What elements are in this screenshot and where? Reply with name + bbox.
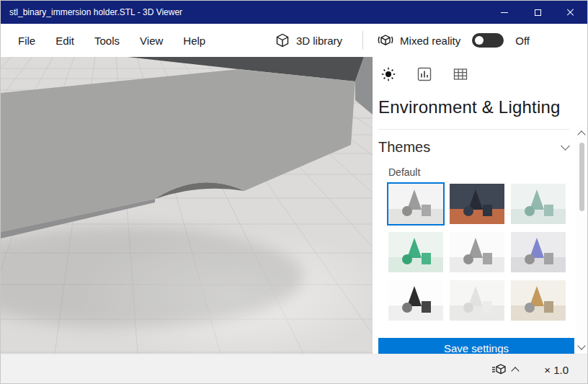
chevron-down-icon: [561, 141, 570, 151]
scroll-thumb[interactable]: [579, 143, 584, 211]
settings-panel: Environment & Lighting Themes Default Sa…: [373, 57, 587, 354]
theme-tile[interactable]: [388, 280, 443, 321]
theme-tile[interactable]: [511, 232, 566, 272]
mixed-reality-toggle[interactable]: [472, 33, 504, 48]
theme-tile[interactable]: [450, 184, 504, 224]
3d-library-button[interactable]: 3D library: [275, 33, 342, 48]
menu-help[interactable]: Help: [173, 30, 215, 51]
theme-tile[interactable]: [450, 280, 504, 321]
3d-library-label: 3D library: [296, 35, 342, 47]
cube-icon: [483, 205, 492, 216]
maximize-button[interactable]: [521, 1, 554, 24]
cube-icon: [544, 301, 553, 313]
menu-view[interactable]: View: [130, 30, 173, 51]
mixed-reality-item: Mixed reality: [378, 33, 460, 48]
cube-icon: [422, 301, 431, 313]
scrollbar[interactable]: [576, 127, 587, 354]
theme-tile[interactable]: [450, 232, 504, 272]
mixed-reality-icon: [378, 33, 393, 48]
bar-chart-icon: [417, 73, 432, 84]
minimize-icon: [501, 12, 508, 13]
menu-file[interactable]: File: [8, 30, 45, 51]
cube-icon: [544, 253, 553, 264]
cube-icon: [483, 301, 492, 313]
chevron-up-icon: [512, 367, 520, 375]
scroll-up-icon[interactable]: [577, 130, 585, 138]
theme-tile[interactable]: [511, 184, 566, 224]
minimize-button[interactable]: [488, 1, 521, 24]
sphere-icon: [402, 303, 412, 313]
cube-icon: [544, 205, 553, 216]
model-canvas: [1, 57, 373, 354]
cube-icon: [422, 205, 431, 216]
sphere-icon: [525, 206, 535, 216]
menu-tools[interactable]: Tools: [84, 30, 130, 51]
close-icon: [566, 8, 575, 17]
tab-grid[interactable]: [452, 66, 469, 83]
status-bar: × 1.0: [1, 354, 587, 384]
theme-tile[interactable]: [388, 232, 443, 272]
sphere-icon: [402, 254, 412, 264]
sphere-icon: [525, 254, 535, 264]
sphere-icon: [463, 206, 473, 216]
window-controls: [488, 1, 587, 24]
mixed-reality-state: Off: [515, 35, 530, 47]
menu-separator: [362, 31, 363, 50]
panel-tabs: [378, 57, 587, 83]
theme-group-label: Default: [388, 166, 587, 178]
maximize-icon: [535, 9, 541, 16]
themes-section-header[interactable]: Themes: [378, 139, 587, 156]
cube-icon: [483, 253, 492, 264]
tab-stats[interactable]: [416, 66, 433, 83]
cube-icon: [275, 33, 290, 48]
divider: [378, 129, 570, 130]
panel-heading: Environment & Lighting: [378, 97, 587, 117]
mixed-reality-label: Mixed reality: [400, 35, 460, 47]
main-area: Environment & Lighting Themes Default Sa…: [1, 57, 587, 354]
window-title: stl_binary_immersion holder.STL - 3D Vie…: [1, 7, 488, 17]
title-bar: stl_binary_immersion holder.STL - 3D Vie…: [1, 1, 587, 24]
menu-bar: File Edit Tools View Help 3D library: [1, 24, 587, 57]
sphere-icon: [463, 303, 473, 313]
toggle-knob-icon: [475, 36, 484, 45]
tab-environment-lighting[interactable]: [380, 66, 397, 83]
sphere-icon: [525, 303, 535, 313]
sphere-icon: [402, 206, 412, 216]
sun-icon: [381, 73, 396, 84]
themes-label: Themes: [378, 139, 430, 156]
zoom-level: × 1.0: [544, 364, 569, 376]
cube-stack-icon: [491, 363, 507, 376]
theme-grid: [388, 184, 566, 321]
save-settings-button[interactable]: Save settings: [378, 338, 574, 354]
table-grid-icon: [453, 73, 468, 84]
close-button[interactable]: [554, 1, 587, 24]
theme-tile[interactable]: [388, 184, 443, 224]
3d-viewport[interactable]: [1, 57, 373, 354]
theme-tile[interactable]: [511, 280, 566, 321]
cube-icon: [422, 253, 431, 264]
app-window: stl_binary_immersion holder.STL - 3D Vie…: [0, 0, 588, 384]
view-mode-control[interactable]: [491, 363, 518, 376]
menu-edit[interactable]: Edit: [45, 30, 84, 51]
sphere-icon: [463, 254, 473, 264]
scroll-down-icon[interactable]: [577, 341, 585, 349]
